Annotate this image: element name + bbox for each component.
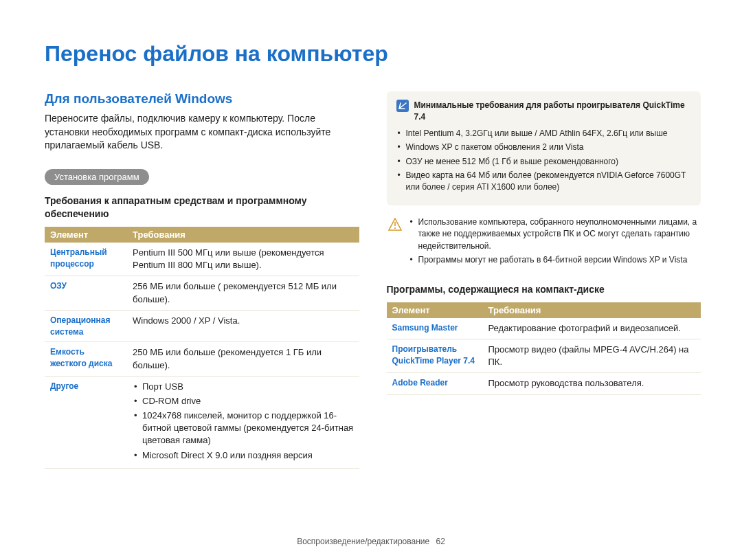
note-title: Минимальные требования для работы проигр… — [414, 100, 692, 124]
table-row: Samsung Master Редактирование фотографий… — [387, 318, 701, 339]
list-item: CD-ROM drive — [142, 395, 354, 407]
list-item: Windows XP с пакетом обновления 2 или Vi… — [406, 142, 692, 153]
row-value-other: Порт USB CD-ROM drive 1024x768 пикселей,… — [127, 376, 359, 468]
list-item: 1024x768 пикселей, монитор с поддержкой … — [142, 410, 354, 447]
warning-icon — [388, 218, 402, 232]
note-icon — [396, 100, 409, 112]
table-row: Центральный процессор Pentium III 500 МГ… — [45, 243, 359, 276]
intro-text: Переносите файлы, подключив камеру к ком… — [45, 112, 359, 153]
requirements-subhead: Требования к аппаратным средствам и прог… — [45, 194, 359, 221]
footer-section: Воспроизведение/редактирование — [297, 537, 429, 546]
row-value: Pentium III 500 МГц или выше (рекомендуе… — [127, 243, 359, 276]
table-row: Adobe Reader Просмотр руководства пользо… — [387, 373, 701, 394]
table-row: Другое Порт USB CD-ROM drive 1024x768 пи… — [45, 376, 359, 468]
row-value: Просмотр руководства пользователя. — [483, 373, 701, 394]
list-item: Использование компьютера, собранного неу… — [418, 216, 700, 252]
page-title: Перенос файлов на компьютер — [45, 41, 701, 67]
list-item: Программы могут не работать в 64-битной … — [418, 254, 700, 266]
table-header-requirements: Требования — [127, 227, 359, 243]
table-row: ОЗУ 256 МБ или больше ( рекомендуется 51… — [45, 276, 359, 310]
row-value: 256 МБ или больше ( рекомендуется 512 МБ… — [127, 276, 359, 310]
content-columns: Для пользователей Windows Переносите фай… — [45, 91, 701, 469]
row-value: Windows 2000 / XP / Vista. — [127, 310, 359, 342]
warning-box: Использование компьютера, собранного неу… — [387, 216, 701, 269]
footer: Воспроизведение/редактирование 62 — [0, 537, 742, 546]
table-header-requirements: Требования — [483, 302, 701, 318]
left-column: Для пользователей Windows Переносите фай… — [45, 91, 359, 469]
page-number: 62 — [436, 537, 445, 546]
row-key: Adobe Reader — [387, 373, 483, 394]
table-row: Операционная система Windows 2000 / XP /… — [45, 310, 359, 342]
install-pill: Установка программ — [45, 169, 149, 185]
table-row: Проигрыватель QuickTime Player 7.4 Просм… — [387, 339, 701, 373]
row-key: ОЗУ — [45, 276, 127, 310]
table-row: Емкость жесткого диска 250 МБ или больше… — [45, 342, 359, 376]
row-key: Samsung Master — [387, 318, 483, 339]
row-key: Центральный процессор — [45, 243, 127, 276]
row-value: Редактирование фотографий и видеозаписей… — [483, 318, 701, 339]
list-item: ОЗУ не менее 512 Мб (1 Гб и выше рекомен… — [406, 156, 692, 168]
list-item: Видео карта на 64 Мб или более (рекоменд… — [406, 170, 692, 194]
list-item: Intel Pentium 4, 3.2GГц или выше / AMD A… — [406, 128, 692, 139]
row-key-other: Другое — [45, 376, 127, 468]
row-key: Проигрыватель QuickTime Player 7.4 — [387, 339, 483, 373]
requirements-table: Элемент Требования Центральный процессор… — [45, 227, 359, 469]
note-box-quicktime: Минимальные требования для работы проигр… — [387, 91, 701, 205]
section-title-windows: Для пользователей Windows — [45, 91, 359, 107]
row-value: Просмотр видео (файлы MPEG-4 AVC/H.264) … — [483, 339, 701, 373]
row-key: Емкость жесткого диска — [45, 342, 127, 376]
list-item: Порт USB — [142, 381, 354, 393]
row-key: Операционная система — [45, 310, 127, 342]
programs-table: Элемент Требования Samsung Master Редакт… — [387, 302, 701, 395]
row-value: 250 МБ или больше (рекомендуется 1 ГБ ил… — [127, 342, 359, 376]
programs-subhead: Программы, содержащиеся на компакт-диске — [387, 283, 701, 297]
table-header-element: Элемент — [387, 302, 483, 318]
table-header-element: Элемент — [45, 227, 127, 243]
list-item: Microsoft Direct X 9.0 или поздняя верси… — [142, 449, 354, 462]
right-column: Минимальные требования для работы проигр… — [387, 91, 701, 469]
svg-point-2 — [394, 227, 395, 229]
